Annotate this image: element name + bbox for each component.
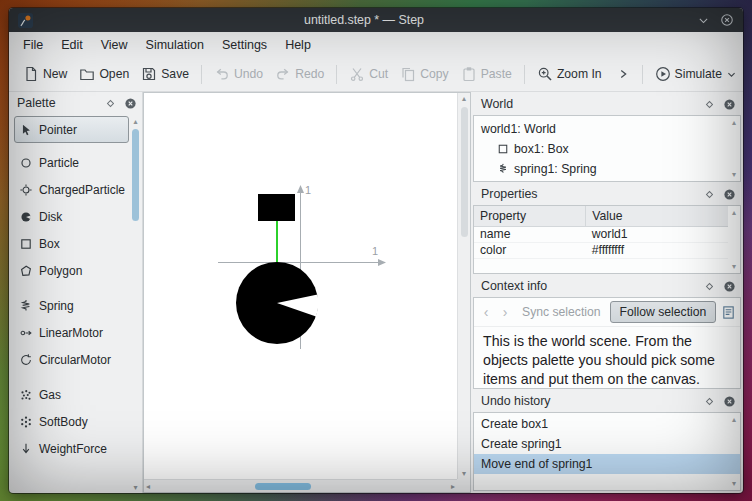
forward-button[interactable]: › (497, 304, 513, 320)
linear-motor-icon (19, 326, 33, 340)
properties-scrollbar[interactable]: ▴▾ (728, 206, 740, 273)
undo-item-move-end-of-spring1[interactable]: Move end of spring1 (474, 454, 740, 474)
palette-item-particle[interactable]: Particle (14, 149, 129, 176)
close-panel-button[interactable] (722, 187, 737, 202)
canvas-vertical-scrollbar[interactable]: ▴ ▾ (457, 93, 470, 479)
column-header-value[interactable]: Value (586, 206, 728, 226)
disk-icon (19, 210, 33, 224)
menu-view[interactable]: View (92, 35, 137, 55)
world-header: World (473, 93, 741, 115)
palette-item-linearmotor[interactable]: LinearMotor (14, 319, 129, 346)
menu-edit[interactable]: Edit (52, 35, 92, 55)
palette-item-spring[interactable]: Spring (14, 292, 129, 319)
scroll-down-icon[interactable]: ▾ (462, 469, 466, 478)
menu-simulation[interactable]: Simulation (137, 35, 213, 55)
undo-scrollbar[interactable]: ▴▾ (728, 413, 740, 490)
undo-item-label: Create box1 (481, 417, 548, 431)
float-diamond-icon (704, 99, 715, 110)
palette-item-polygon[interactable]: Polygon (14, 257, 129, 284)
scroll-down-icon[interactable]: ▾ (732, 262, 736, 271)
palette-item-circularmotor[interactable]: CircularMotor (14, 346, 129, 373)
document-icon (721, 305, 736, 320)
toolbar-overflow-button[interactable] (611, 63, 635, 85)
cut-scissors-icon (349, 66, 365, 82)
value-cell[interactable]: world1 (586, 226, 728, 242)
canvas-hscroll-thumb[interactable] (255, 483, 311, 490)
minimize-button[interactable] (694, 11, 712, 29)
palette-scrollbar-thumb[interactable] (132, 129, 139, 221)
tree-item-world1[interactable]: world1: World (481, 119, 726, 139)
open-button[interactable]: Open (74, 62, 134, 86)
copy-button[interactable]: Copy (395, 62, 453, 86)
palette-item-pointer[interactable]: Pointer (14, 116, 129, 143)
close-panel-button[interactable] (123, 96, 138, 111)
desktop-wallpaper: untitled.step * — Step File Edit View Si… (0, 0, 752, 501)
undo-item-create-box1[interactable]: Create box1 (474, 414, 740, 434)
circular-motor-icon (19, 353, 33, 367)
follow-selection-button[interactable]: Follow selection (610, 301, 717, 323)
gas-icon (19, 388, 33, 402)
undo-label: Undo (234, 67, 263, 81)
palette-item-gas[interactable]: Gas (14, 381, 129, 408)
close-panel-button[interactable] (722, 97, 737, 112)
new-button[interactable]: New (18, 62, 72, 86)
zoom-in-button[interactable]: Zoom In (532, 62, 607, 86)
world-canvas[interactable]: 1 1 ▴ ▾ ◂ ▸ (143, 92, 471, 493)
sync-selection-button[interactable]: Sync selection (516, 302, 607, 322)
scroll-down-icon[interactable]: ▾ (732, 479, 736, 488)
scroll-left-icon[interactable]: ◂ (146, 482, 150, 491)
open-in-browser-button[interactable] (721, 305, 736, 320)
scroll-up-icon[interactable]: ▴ (462, 94, 466, 103)
scroll-up-icon[interactable]: ▴ (732, 415, 736, 424)
undo-button[interactable]: Undo (209, 62, 268, 86)
float-panel-button[interactable] (702, 97, 717, 112)
column-header-property[interactable]: Property (474, 206, 586, 226)
float-panel-button[interactable] (702, 279, 717, 294)
menu-help[interactable]: Help (276, 35, 320, 55)
property-row-color[interactable]: color #ffffffff (474, 242, 728, 258)
palette-item-disk[interactable]: Disk (14, 203, 129, 230)
titlebar[interactable]: untitled.step * — Step (9, 8, 743, 32)
simulate-button[interactable]: Simulate (650, 62, 742, 86)
property-row-name[interactable]: name world1 (474, 226, 728, 242)
palette-item-softbody[interactable]: SoftBody (14, 408, 129, 435)
undo-item-create-spring1[interactable]: Create spring1 (474, 434, 740, 454)
float-panel-button[interactable] (103, 96, 118, 111)
close-button[interactable] (718, 11, 736, 29)
palette-body: Pointer Particle ChargedParticle Di (9, 114, 142, 493)
canvas-horizontal-scrollbar[interactable]: ◂ ▸ (144, 479, 457, 492)
scroll-up-icon[interactable]: ▴ (732, 118, 736, 127)
world-title: World (481, 97, 513, 111)
redo-button[interactable]: Redo (270, 62, 329, 86)
menu-settings[interactable]: Settings (213, 35, 276, 55)
palette-scrollbar[interactable]: ▴ ▾ (129, 116, 142, 493)
scroll-right-icon[interactable]: ▸ (451, 482, 455, 491)
new-label: New (43, 67, 67, 81)
palette-item-chargedparticle[interactable]: ChargedParticle (14, 176, 129, 203)
tree-item-spring1[interactable]: spring1: Spring (481, 159, 726, 179)
scroll-down-icon[interactable]: ▾ (732, 170, 736, 179)
back-button[interactable]: ‹ (478, 304, 494, 320)
world-scrollbar[interactable]: ▴▾ (728, 116, 740, 181)
canvas-vscroll-thumb[interactable] (461, 107, 468, 237)
close-panel-button[interactable] (722, 279, 737, 294)
scroll-up-icon[interactable]: ▴ (133, 117, 137, 126)
cut-button[interactable]: Cut (344, 62, 393, 86)
copy-label: Copy (420, 67, 448, 81)
float-panel-button[interactable] (702, 187, 717, 202)
save-button[interactable]: Save (136, 62, 194, 86)
close-panel-button[interactable] (722, 394, 737, 409)
palette-item-label: Disk (39, 210, 62, 224)
value-cell[interactable]: #ffffffff (586, 242, 728, 258)
palette-item-box[interactable]: Box (14, 230, 129, 257)
palette-item-label: ChargedParticle (39, 183, 125, 197)
menu-file[interactable]: File (14, 35, 52, 55)
float-panel-button[interactable] (702, 394, 717, 409)
particle-icon (19, 156, 33, 170)
scroll-up-icon[interactable]: ▴ (732, 208, 736, 217)
tree-item-box1[interactable]: box1: Box (481, 139, 726, 159)
palette-item-weightforce[interactable]: WeightForce (14, 435, 129, 462)
save-label: Save (161, 67, 189, 81)
paste-button[interactable]: Paste (456, 62, 517, 86)
scroll-down-icon[interactable]: ▾ (133, 483, 137, 492)
